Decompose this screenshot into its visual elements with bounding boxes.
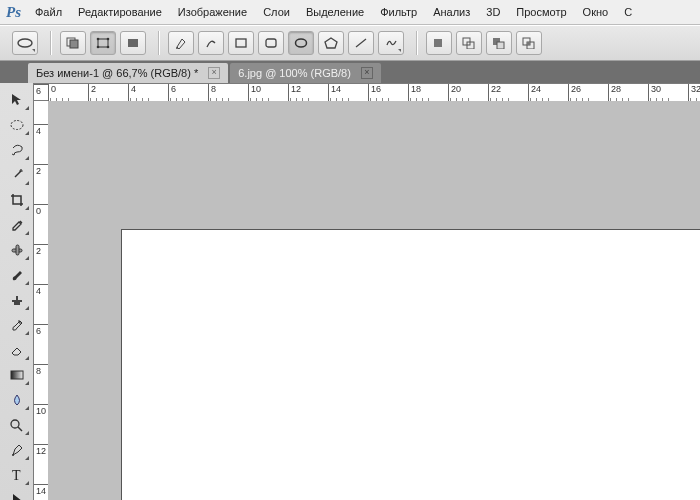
document-tab-1[interactable]: Без имени-1 @ 66,7% (RGB/8) * × (28, 63, 228, 83)
mode-path-button[interactable] (90, 31, 116, 55)
eraser-tool[interactable] (2, 338, 31, 362)
eyedropper-tool[interactable] (2, 213, 31, 237)
mode-shape-layer-button[interactable] (60, 31, 86, 55)
svg-rect-26 (16, 245, 19, 255)
ruler-mark: 0 (48, 84, 73, 102)
pen-tool[interactable] (2, 438, 31, 462)
menu-analysis[interactable]: Анализ (433, 6, 470, 18)
history-brush-tool[interactable] (2, 313, 31, 337)
ruler-mark: 2 (34, 164, 49, 189)
ruler-mark: 32 (688, 84, 700, 102)
separator (50, 31, 52, 55)
ruler-mark: 14 (34, 484, 49, 500)
menu-file[interactable]: Файл (35, 6, 62, 18)
svg-marker-13 (325, 38, 337, 48)
ruler-mark: 12 (288, 84, 313, 102)
ruler-mark: 24 (528, 84, 553, 102)
menu-window[interactable]: Окно (583, 6, 609, 18)
document-tab-2[interactable]: 6.jpg @ 100% (RGB/8) × (230, 63, 381, 83)
ruler-mark: 10 (248, 84, 273, 102)
menu-image[interactable]: Изображение (178, 6, 247, 18)
horizontal-ruler[interactable]: 02468101214161820222426283032 (48, 83, 700, 103)
tab-label: 6.jpg @ 100% (RGB/8) (238, 67, 351, 79)
menu-view[interactable]: Просмотр (516, 6, 566, 18)
shape-custom-button[interactable] (378, 31, 404, 55)
ruler-mark: 6 (34, 84, 49, 109)
path-op-new-button[interactable] (426, 31, 452, 55)
ruler-mark: 12 (34, 444, 49, 469)
ruler-mark: 4 (34, 284, 49, 309)
svg-rect-2 (70, 40, 78, 48)
document-canvas[interactable] (122, 230, 700, 500)
ruler-mark: 6 (34, 324, 49, 349)
svg-point-5 (107, 38, 110, 41)
pen-tool-option[interactable] (168, 31, 194, 55)
ruler-mark: 26 (568, 84, 593, 102)
menu-edit[interactable]: Редактирование (78, 6, 162, 18)
menu-help[interactable]: С (624, 6, 632, 18)
healing-brush-tool[interactable] (2, 238, 31, 262)
ruler-mark: 4 (34, 124, 49, 149)
shape-rect-button[interactable] (228, 31, 254, 55)
svg-point-6 (97, 46, 100, 49)
workspace: T 02468101214161820222426283032 64202468… (0, 83, 700, 500)
menu-select[interactable]: Выделение (306, 6, 364, 18)
menu-3d[interactable]: 3D (486, 6, 500, 18)
ruler-mark: 2 (88, 84, 113, 102)
ruler-mark: 10 (34, 404, 49, 429)
tool-preset-button[interactable] (12, 31, 38, 55)
svg-rect-27 (11, 371, 23, 379)
ruler-mark: 28 (608, 84, 633, 102)
close-icon[interactable]: × (361, 67, 373, 79)
canvas-viewport[interactable] (48, 101, 700, 500)
shape-line-button[interactable] (348, 31, 374, 55)
clone-stamp-tool[interactable] (2, 288, 31, 312)
svg-rect-19 (497, 42, 504, 49)
svg-rect-3 (98, 39, 108, 47)
ruler-mark: 20 (448, 84, 473, 102)
shape-polygon-button[interactable] (318, 31, 344, 55)
close-icon[interactable]: × (208, 67, 220, 79)
svg-rect-11 (266, 39, 276, 47)
move-tool[interactable] (2, 88, 31, 112)
marquee-tool[interactable] (2, 113, 31, 137)
dodge-tool[interactable] (2, 413, 31, 437)
svg-point-9 (176, 47, 178, 49)
svg-rect-10 (236, 39, 246, 47)
svg-point-4 (97, 38, 100, 41)
svg-rect-15 (434, 39, 442, 47)
menu-filter[interactable]: Фильтр (380, 6, 417, 18)
path-op-intersect-button[interactable] (516, 31, 542, 55)
svg-line-24 (15, 171, 21, 177)
ruler-mark: 18 (408, 84, 433, 102)
options-bar (0, 25, 700, 61)
type-tool[interactable]: T (2, 463, 31, 487)
ruler-mark: 6 (168, 84, 193, 102)
tab-label: Без имени-1 @ 66,7% (RGB/8) * (36, 67, 198, 79)
shape-ellipse-button[interactable] (288, 31, 314, 55)
crop-tool[interactable] (2, 188, 31, 212)
gradient-tool[interactable] (2, 363, 31, 387)
blur-tool[interactable] (2, 388, 31, 412)
freeform-pen-option[interactable] (198, 31, 224, 55)
path-op-add-button[interactable] (456, 31, 482, 55)
lasso-tool[interactable] (2, 138, 31, 162)
ruler-mark: 8 (34, 364, 49, 389)
svg-point-0 (18, 39, 32, 47)
svg-point-28 (11, 420, 19, 428)
shape-rrect-button[interactable] (258, 31, 284, 55)
svg-text:T: T (12, 468, 21, 483)
ruler-mark: 30 (648, 84, 673, 102)
path-op-subtract-button[interactable] (486, 31, 512, 55)
svg-point-23 (11, 121, 23, 130)
path-selection-tool[interactable] (2, 488, 31, 500)
ruler-mark: 8 (208, 84, 233, 102)
ruler-mark: 0 (34, 204, 49, 229)
magic-wand-tool[interactable] (2, 163, 31, 187)
menu-layer[interactable]: Слои (263, 6, 290, 18)
menu-bar: Ps Файл Редактирование Изображение Слои … (0, 0, 700, 25)
brush-tool[interactable] (2, 263, 31, 287)
svg-point-7 (107, 46, 110, 49)
mode-fill-button[interactable] (120, 31, 146, 55)
svg-line-14 (356, 39, 366, 47)
